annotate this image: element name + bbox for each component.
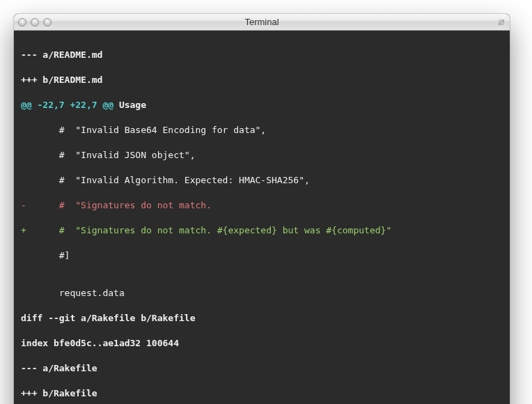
context-line: request.data	[21, 287, 503, 300]
zoom-button[interactable]	[43, 18, 52, 26]
hunk-context: Usage	[114, 100, 146, 110]
window-title: Terminal	[14, 14, 510, 31]
minimize-button[interactable]	[31, 18, 39, 26]
resize-icon[interactable]	[497, 18, 506, 26]
hunk-header: @@ -22,7 +22,7 @@ Usage	[21, 99, 503, 111]
context-line: # "Invalid Base64 Encoding for data",	[21, 124, 503, 137]
hunk-range: @@ -22,7 +22,7 @@	[21, 100, 114, 110]
index-line: index bfe0d5c..ae1ad32 100644	[21, 337, 503, 350]
terminal-window: Terminal --- a/README.md +++ b/README.md…	[14, 14, 510, 404]
diff-line: --- a/README.md	[21, 49, 503, 61]
diff-line: +++ b/README.md	[21, 74, 503, 86]
close-button[interactable]	[18, 18, 26, 26]
diff-cmd: diff --git a/Rakefile b/Rakefile	[21, 312, 503, 325]
added-line: + # "Signatures do not match. #{expected…	[21, 224, 503, 237]
context-line: #]	[21, 249, 503, 262]
context-line: # "Invalid Algorithm. Expected: HMAC-SHA…	[21, 174, 503, 187]
traffic-lights	[18, 18, 52, 26]
diff-line: --- a/Rakefile	[21, 362, 503, 375]
titlebar[interactable]: Terminal	[14, 14, 510, 31]
terminal-output[interactable]: --- a/README.md +++ b/README.md @@ -22,7…	[14, 31, 510, 404]
context-line: # "Invalid JSON object",	[21, 149, 503, 162]
removed-line: - # "Signatures do not match.	[21, 199, 503, 212]
diff-line: +++ b/Rakefile	[21, 387, 503, 400]
